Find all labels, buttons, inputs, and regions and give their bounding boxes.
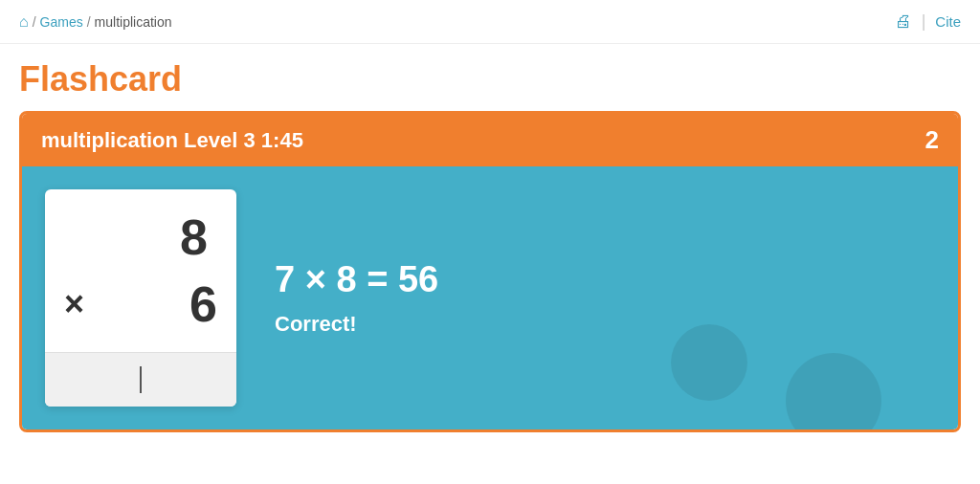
top-right-actions: 🖨 | Cite	[895, 11, 961, 32]
white-flashcard: 8 × 6	[45, 189, 236, 407]
card-multiply-sign: ×	[64, 284, 84, 324]
home-icon[interactable]: ⌂	[19, 13, 29, 31]
flashcard-body: 8 × 6 7 × 8 = 56 Correct!	[22, 166, 958, 429]
flashcard-result: 7 × 8 = 56 Correct!	[275, 259, 438, 337]
main-content: multiplication Level 3 1:45 2 8 × 6 7	[0, 111, 980, 451]
correct-display: Correct!	[275, 312, 438, 337]
divider: |	[922, 11, 926, 32]
flashcard-header: multiplication Level 3 1:45 2	[22, 114, 958, 166]
card-bottom-number: 6	[189, 275, 217, 333]
print-icon[interactable]: 🖨	[895, 11, 912, 32]
breadcrumb: ⌂ / Games / multiplication	[19, 13, 172, 31]
flashcard-header-info: multiplication Level 3 1:45	[41, 128, 303, 153]
page-title: Flashcard	[19, 59, 961, 99]
card-middle: × 6	[45, 275, 236, 352]
score-display: 2	[925, 125, 939, 155]
cite-button[interactable]: Cite	[935, 13, 961, 30]
page-title-section: Flashcard	[0, 44, 980, 111]
answer-cursor	[140, 366, 142, 393]
card-answer-area[interactable]	[45, 352, 236, 407]
breadcrumb-games[interactable]: Games	[40, 14, 83, 30]
card-top: 8	[45, 189, 236, 275]
flashcard-container: multiplication Level 3 1:45 2 8 × 6 7	[19, 111, 961, 432]
card-top-number: 8	[180, 209, 208, 266]
equation-display: 7 × 8 = 56	[275, 259, 438, 300]
top-bar: ⌂ / Games / multiplication 🖨 | Cite	[0, 0, 980, 44]
breadcrumb-flashcard: multiplication	[95, 14, 172, 30]
